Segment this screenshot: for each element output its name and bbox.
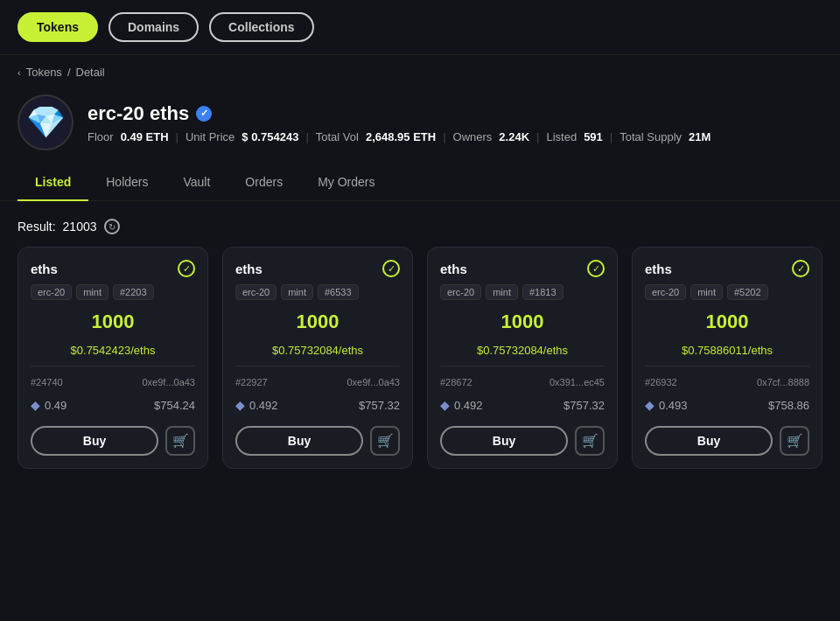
card-divider-1 [235,366,400,366]
card-price-1: $0.75732084/eths [235,344,400,357]
card-amount-0: 1000 [31,307,195,337]
check-icon-1: ✓ [382,260,400,277]
eth-diamond-icon-3: ◆ [645,398,654,412]
result-label: Result: [18,220,56,234]
buy-button-0[interactable]: Buy [31,426,158,456]
stat-sep-3: | [443,130,445,143]
top-navigation: Tokens Domains Collections [0,0,840,55]
token-logo: 💎 [18,94,74,150]
card-eth-row-0: ◆ 0.49 $754.24 [31,394,195,415]
cards-grid: eths ✓ erc-20 mint #2203 1000 $0.7542423… [0,247,840,486]
card-eth-row-1: ◆ 0.492 $757.32 [235,394,400,415]
card-tags-1: erc-20 mint #6533 [235,284,400,300]
nav-tokens-button[interactable]: Tokens [18,12,98,42]
cart-button-1[interactable]: 🛒 [370,426,400,456]
tag-1-2: #6533 [318,284,359,300]
unit-price-value: $ 0.754243 [242,130,298,143]
listing-card-2: eths ✓ erc-20 mint #1813 1000 $0.7573208… [427,247,618,469]
tab-orders[interactable]: Orders [228,164,300,201]
stat-sep-5: | [610,130,612,143]
tag-3-0: erc-20 [645,284,686,300]
total-supply-label: Total Supply [620,130,682,143]
card-divider-0 [31,366,195,366]
card-divider-3 [645,366,809,366]
breadcrumb-separator: / [67,66,71,79]
card-id-2: #28672 [440,377,472,387]
card-header-2: eths ✓ [440,260,605,277]
card-header-3: eths ✓ [645,260,809,277]
breadcrumb-tokens[interactable]: Tokens [26,66,62,79]
eth-val-1: ◆ 0.492 [235,398,278,412]
card-tags-0: erc-20 mint #2203 [31,284,195,300]
buy-button-2[interactable]: Buy [440,426,568,456]
tab-vault[interactable]: Vault [165,164,228,201]
usd-val-2: $757.32 [564,399,605,412]
card-actions-2: Buy 🛒 [440,426,605,456]
eth-amount-2: 0.492 [454,399,483,412]
tag-0-1: mint [76,284,108,300]
card-address-2: 0x391...ec45 [550,377,605,387]
breadcrumb-detail: Detail [76,66,105,79]
card-title-1: eths [235,262,262,276]
unit-price-label: Unit Price [186,130,234,143]
tag-3-1: mint [690,284,723,300]
stat-sep-1: | [176,130,178,143]
eth-val-2: ◆ 0.492 [440,398,483,412]
nav-domains-button[interactable]: Domains [108,12,199,42]
nav-collections-button[interactable]: Collections [209,12,313,42]
card-amount-3: 1000 [645,307,809,337]
usd-val-0: $754.24 [154,399,195,412]
tag-2-0: erc-20 [440,284,481,300]
tag-0-0: erc-20 [31,284,72,300]
tab-holders[interactable]: Holders [88,164,165,201]
card-meta-3: #26932 0x7cf...8888 [645,377,809,387]
check-icon-3: ✓ [792,260,809,277]
buy-button-3[interactable]: Buy [645,426,773,456]
listing-card-0: eths ✓ erc-20 mint #2203 1000 $0.7542423… [18,247,208,469]
owners-value: 2.24K [499,130,529,143]
card-amount-1: 1000 [235,307,400,337]
tag-1-0: erc-20 [235,284,276,300]
verified-icon: ✓ [196,106,212,122]
eth-val-0: ◆ 0.49 [31,398,66,412]
card-address-1: 0xe9f...0a43 [346,377,400,387]
card-title-2: eths [440,262,467,276]
card-id-1: #22927 [235,377,268,387]
cart-button-3[interactable]: 🛒 [780,426,809,456]
check-icon-2: ✓ [587,260,605,277]
eth-diamond-icon-2: ◆ [440,398,450,412]
card-price-2: $0.75732084/eths [440,344,605,357]
card-header-1: eths ✓ [235,260,400,277]
token-stats: Floor 0.49 ETH | Unit Price $ 0.754243 |… [88,130,822,143]
tag-3-2: #5202 [727,284,768,300]
eth-amount-0: 0.49 [45,399,66,412]
tab-listed[interactable]: Listed [18,164,88,201]
result-bar: Result: 21003 ↻ [0,215,840,247]
eth-diamond-icon-0: ◆ [31,398,40,412]
card-divider-2 [440,366,605,366]
card-title-3: eths [645,262,672,276]
buy-button-1[interactable]: Buy [235,426,363,456]
card-meta-1: #22927 0xe9f...0a43 [235,377,400,387]
listed-label: Listed [546,130,577,143]
total-vol-value: 2,648.95 ETH [366,130,436,143]
floor-value: 0.49 ETH [121,130,169,143]
breadcrumb-chevron-icon: ‹ [18,67,21,78]
card-header-0: eths ✓ [31,260,195,277]
tab-my-orders[interactable]: My Orders [300,164,392,201]
eth-amount-3: 0.493 [659,399,688,412]
card-address-0: 0xe9f...0a43 [142,377,195,387]
tag-2-1: mint [486,284,518,300]
tag-2-2: #1813 [522,284,564,300]
token-info: erc-20 eths ✓ Floor 0.49 ETH | Unit Pric… [88,102,822,143]
eth-amount-1: 0.492 [249,399,278,412]
card-eth-row-2: ◆ 0.492 $757.32 [440,394,605,415]
refresh-icon[interactable]: ↻ [104,219,120,234]
stat-sep-2: | [305,130,308,143]
gem-icon: 💎 [26,104,66,141]
token-name: erc-20 eths [88,102,189,125]
cart-button-2[interactable]: 🛒 [575,426,605,456]
total-vol-label: Total Vol [316,130,359,143]
cart-button-0[interactable]: 🛒 [165,426,195,456]
result-count: 21003 [63,220,97,234]
